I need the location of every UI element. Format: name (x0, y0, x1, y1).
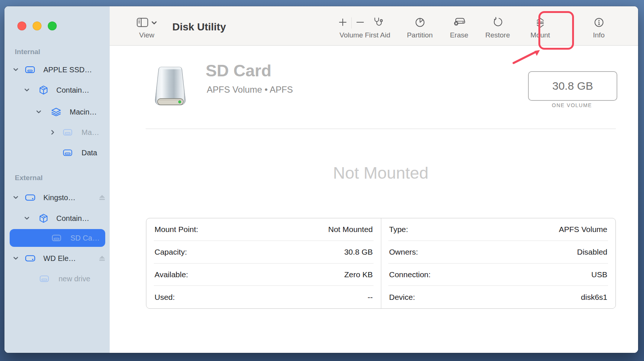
detail-value: Zero KB (344, 270, 373, 279)
first-aid-button[interactable]: First Aid (361, 16, 394, 39)
pie-chart-icon (415, 17, 425, 29)
sidebar-item-label: Contain… (56, 214, 89, 223)
minimize-button[interactable] (33, 21, 42, 30)
sidebar-item-macintosh-hd-volume[interactable]: Ma… (4, 124, 110, 140)
zoom-button[interactable] (48, 21, 57, 30)
eject-icon[interactable] (99, 255, 106, 262)
view-label: View (130, 31, 163, 39)
sidebar-item-sd-card[interactable]: SD Ca… (4, 230, 110, 246)
partition-button[interactable]: Partition (403, 16, 436, 39)
info-icon (594, 17, 604, 29)
volume-disk-icon (40, 275, 49, 282)
erase-button[interactable]: Erase (442, 16, 476, 39)
sidebar-item-container-external[interactable]: Contain… (4, 210, 110, 226)
toolbar-item-label: Erase (442, 31, 476, 39)
volume-size-badge: 30.8 GB (528, 71, 617, 101)
table-row: Device: disk6s1 (381, 286, 615, 308)
container-icon (39, 214, 48, 223)
view-button[interactable]: View (130, 16, 163, 39)
volume-disk-icon (63, 149, 72, 156)
detail-value: Disabled (577, 248, 607, 256)
detail-value: APFS Volume (559, 225, 607, 234)
divider (351, 17, 352, 29)
sidebar-item-apple-ssd[interactable]: APPLE SSD… (4, 62, 110, 78)
volume-disk-icon (63, 129, 72, 136)
sidebar-item-macintosh-hd[interactable]: Macin… (4, 104, 110, 120)
detail-value: Not Mounted (328, 225, 373, 234)
chevron-down-icon[interactable] (13, 257, 18, 260)
detail-label: Type: (389, 225, 408, 234)
toolbar-item-label: First Aid (361, 31, 394, 39)
disk-utility-window: Internal APPLE SSD… Contain… Macin… (4, 6, 638, 353)
table-row: Type: APFS Volume (381, 218, 615, 241)
restore-button[interactable]: Restore (481, 16, 514, 39)
table-row: Connection: USB (381, 264, 615, 286)
external-disk-icon (25, 194, 35, 201)
detail-label: Device: (389, 293, 415, 302)
sidebar-item-label: WD Ele… (43, 254, 76, 263)
table-row: Owners: Disabled (381, 241, 615, 264)
detail-label: Connection: (389, 270, 431, 279)
sidebar: Internal APPLE SSD… Contain… Macin… (4, 6, 110, 353)
drive-image (148, 64, 193, 112)
table-row: Capacity: 30.8 GB (146, 241, 381, 264)
detail-value: disk6s1 (581, 293, 607, 302)
sidebar-item-label: Ma… (82, 128, 99, 137)
chevron-down-icon[interactable] (24, 89, 29, 92)
details-left-column: Mount Point: Not Mounted Capacity: 30.8 … (146, 218, 381, 308)
sidebar-section-external: External (15, 174, 43, 182)
toolbar-item-label: Info (582, 31, 615, 39)
add-volume-icon[interactable] (338, 17, 348, 29)
window-title: Disk Utility (172, 21, 226, 33)
sidebar-item-wd-elements[interactable]: WD Ele… (4, 250, 110, 266)
chevron-right-icon[interactable] (50, 131, 55, 134)
eject-icon[interactable] (99, 195, 106, 201)
annotation-arrow-icon (505, 42, 545, 69)
mount-status-text: Not Mounted (146, 163, 616, 183)
external-disk-icon (25, 255, 35, 262)
divider (146, 129, 616, 129)
main-content: SD Card APFS Volume • APFS 30.8 GB ONE V… (110, 46, 638, 353)
table-row: Used: -- (146, 286, 381, 308)
sidebar-item-label: APPLE SSD… (43, 66, 92, 74)
chevron-down-icon[interactable] (24, 217, 29, 220)
details-table: Mount Point: Not Mounted Capacity: 30.8 … (146, 218, 616, 309)
detail-label: Owners: (389, 248, 418, 256)
container-icon (39, 86, 48, 95)
sidebar-item-container-internal[interactable]: Contain… (4, 82, 110, 98)
chevron-down-icon[interactable] (13, 68, 18, 72)
sidebar-item-label: SD Ca… (70, 234, 100, 242)
chevron-down-icon[interactable] (13, 196, 18, 199)
restore-arrow-icon (492, 17, 503, 29)
close-button[interactable] (17, 21, 26, 30)
sidebar-layout-icon (137, 18, 148, 29)
detail-value: 30.8 GB (344, 248, 373, 256)
volume-group-icon (51, 108, 61, 116)
detail-label: Available: (155, 270, 188, 279)
volume-disk-icon (52, 235, 61, 242)
detail-value: -- (368, 293, 373, 302)
volume-subtitle: APFS Volume • APFS (207, 85, 293, 95)
sidebar-item-label: Data (82, 149, 97, 157)
detail-label: Mount Point: (155, 225, 198, 234)
detail-value: USB (591, 270, 607, 279)
detail-label: Used: (155, 293, 175, 302)
sidebar-section-internal: Internal (15, 48, 40, 56)
stethoscope-icon (372, 17, 383, 29)
chevron-down-icon[interactable] (36, 110, 41, 114)
sidebar-item-data[interactable]: Data (4, 145, 110, 161)
table-row: Available: Zero KB (146, 264, 381, 286)
details-right-column: Type: APFS Volume Owners: Disabled Conne… (381, 218, 615, 308)
sidebar-item-kingston[interactable]: Kingsto… (4, 189, 110, 206)
internal-disk-icon (25, 66, 35, 73)
erase-disk-icon (452, 17, 466, 29)
table-row: Mount Point: Not Mounted (146, 218, 381, 241)
chevron-down-icon (152, 20, 157, 26)
sidebar-item-label: Contain… (56, 86, 89, 95)
sidebar-item-new-drive[interactable]: new drive (4, 271, 110, 287)
sidebar-item-label: Macin… (70, 108, 97, 116)
info-button[interactable]: Info (582, 16, 615, 39)
detail-label: Capacity: (155, 248, 187, 256)
toolbar-item-label: Partition (403, 31, 436, 39)
sidebar-item-label: Kingsto… (43, 193, 76, 202)
